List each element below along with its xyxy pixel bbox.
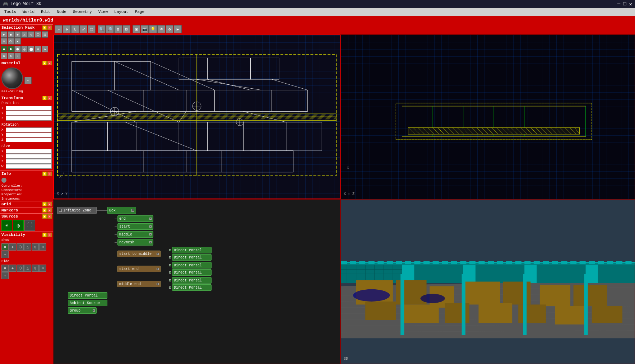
node-direct-portal-standalone[interactable]: Direct Portal (68, 292, 107, 299)
vis-hide-3[interactable]: ⬡ (17, 265, 24, 272)
toolbar-scale[interactable]: ⤢ (79, 25, 87, 33)
grid-close[interactable]: ✕ (47, 202, 52, 206)
transform-controls[interactable]: ▼ ✕ (42, 96, 52, 100)
rot-z-input[interactable] (6, 137, 52, 142)
node-start-end[interactable]: start-end (117, 266, 161, 272)
menu-geometry[interactable]: Geometry (70, 9, 95, 15)
toolbar-zoom-reset[interactable]: ⊟ (122, 25, 130, 33)
size-z-input[interactable] (6, 159, 52, 164)
transform-close[interactable]: ✕ (47, 96, 52, 100)
vis-hide-2[interactable]: ◈ (9, 265, 16, 272)
source-btn-3[interactable]: ⛶ (24, 220, 35, 231)
toolbar-move[interactable]: ✥ (63, 25, 71, 33)
menu-layout[interactable]: Layout (111, 9, 131, 15)
toolbar-settings[interactable]: ⚙ (166, 25, 173, 33)
node-direct-portal-4[interactable]: Direct Portal (172, 269, 212, 276)
titlebar-controls[interactable]: ─ □ ✕ (617, 1, 632, 7)
menu-tools[interactable]: Tools (1, 9, 19, 15)
sources-close[interactable]: ✕ (47, 214, 52, 219)
vis-show-1[interactable]: ■ (1, 243, 9, 251)
material-controls[interactable]: ▼ ✕ (42, 61, 52, 65)
node-direct-portal-5[interactable]: Direct Portal (172, 277, 212, 284)
markers-close[interactable]: ✕ (47, 208, 52, 213)
vis-hide-5[interactable]: ◎ (32, 265, 39, 272)
node-group[interactable]: Group (68, 307, 97, 314)
transform-minimize[interactable]: ▼ (42, 96, 47, 100)
toolbar-render[interactable]: ▣ (133, 25, 140, 33)
menu-edit[interactable]: Edit (38, 9, 53, 15)
node-start[interactable]: start (117, 223, 153, 230)
vis-show-5[interactable]: ◎ (32, 243, 39, 251)
visibility-minimize[interactable]: ▼ (42, 233, 47, 237)
node-direct-portal-1[interactable]: Direct Portal (172, 247, 212, 253)
size-w-input[interactable] (6, 164, 52, 169)
pos-x-input[interactable] (6, 106, 52, 111)
node-direct-portal-2[interactable]: Direct Portal (172, 254, 212, 261)
menu-view[interactable]: View (96, 9, 111, 15)
tool-btn-13[interactable]: ⬣ (14, 46, 21, 52)
source-btn-2[interactable]: ◎ (13, 220, 24, 231)
node-start-to-middle[interactable]: start-to-middle (117, 251, 161, 257)
toolbar-zoom-in[interactable]: 🔍 (98, 25, 106, 33)
tool-btn-18[interactable]: ⊕ (1, 53, 7, 59)
toolbar-select[interactable]: ↗ (55, 25, 62, 33)
source-btn-1[interactable]: ☀ (1, 220, 12, 231)
vis-hide-7[interactable]: ✦ (1, 272, 9, 279)
tool-btn-12[interactable]: ☗ (8, 46, 14, 52)
node-infinite-zone[interactable]: Infinite Zone (57, 207, 97, 214)
vis-hide-4[interactable]: △ (24, 265, 31, 272)
viewport-node-graph[interactable]: Infinite Zone Box (53, 199, 340, 364)
node-end[interactable]: end (117, 215, 153, 222)
sources-controls[interactable]: ▼ ✕ (42, 214, 52, 219)
size-x-input[interactable] (6, 149, 52, 154)
size-y-input[interactable] (6, 154, 52, 159)
sources-minimize[interactable]: ▼ (42, 214, 47, 219)
vis-show-6[interactable]: ⊙ (39, 243, 46, 251)
tool-btn-17[interactable]: ✿ (42, 46, 48, 52)
toolbar-lasso[interactable]: ⬚ (88, 25, 96, 33)
vis-hide-1[interactable]: ■ (1, 265, 9, 272)
tool-btn-15[interactable]: ⬤ (28, 46, 34, 52)
tool-btn-14[interactable]: ◎ (21, 46, 28, 52)
toolbar-rotate[interactable]: ↻ (71, 25, 79, 33)
info-minimize[interactable]: ▼ (42, 172, 47, 176)
node-ambient-source[interactable]: Ambient Source (68, 300, 107, 306)
vis-show-3[interactable]: ⬡ (17, 243, 24, 251)
visibility-close[interactable]: ✕ (47, 233, 52, 237)
selection-mask-minimize[interactable]: ▼ (42, 25, 47, 30)
visibility-controls[interactable]: ▼ ✕ (42, 233, 52, 237)
pos-z-input[interactable] (6, 116, 52, 121)
markers-minimize[interactable]: ▼ (42, 208, 47, 213)
material-edit-btn[interactable]: ✏ (24, 77, 32, 84)
node-direct-portal-3[interactable]: Direct Portal (172, 262, 212, 269)
info-controls[interactable]: ▼ ✕ (42, 172, 52, 176)
pos-y-input[interactable] (6, 111, 52, 116)
menu-world[interactable]: World (20, 9, 37, 15)
grid-controls[interactable]: ▼ ✕ (42, 202, 52, 206)
rot-y-input[interactable] (6, 132, 52, 137)
tool-btn-16[interactable]: ⊛ (35, 46, 41, 52)
toolbar-visibility[interactable]: 👁 (157, 25, 165, 33)
viewport-top-left[interactable]: X ↓ X ↗ Y (53, 34, 340, 199)
viewport-3d[interactable]: 3D (340, 199, 635, 364)
tool-btn-11[interactable]: ◼ (1, 46, 7, 52)
toolbar-light[interactable]: 💡 (149, 25, 157, 33)
toolbar-zoom-fit[interactable]: ⊞ (114, 25, 122, 33)
selection-mask-close[interactable]: ✕ (47, 25, 52, 30)
tool-btn-10[interactable]: ✦ (14, 38, 21, 45)
close-button[interactable]: ✕ (629, 1, 632, 7)
markers-controls[interactable]: ▼ ✕ (42, 208, 52, 213)
viewport-top-right[interactable]: X X ↔ Z (340, 34, 635, 199)
tool-btn-3[interactable]: ◈ (14, 31, 21, 38)
tool-btn-9[interactable]: ⟳ (8, 38, 14, 45)
node-middle[interactable]: middle (117, 231, 153, 238)
tool-btn-4[interactable]: △ (21, 31, 28, 38)
menu-node[interactable]: Node (54, 9, 69, 15)
menu-page[interactable]: Page (132, 9, 147, 15)
toolbar-zoom-out[interactable]: 🔎 (106, 25, 114, 33)
node-box[interactable]: Box (107, 207, 136, 214)
tool-btn-2[interactable]: ◼ (8, 31, 14, 38)
toolbar-camera[interactable]: 📷 (141, 25, 149, 33)
vis-show-7[interactable]: ✦ (1, 251, 9, 258)
rot-x-input[interactable] (6, 127, 52, 132)
